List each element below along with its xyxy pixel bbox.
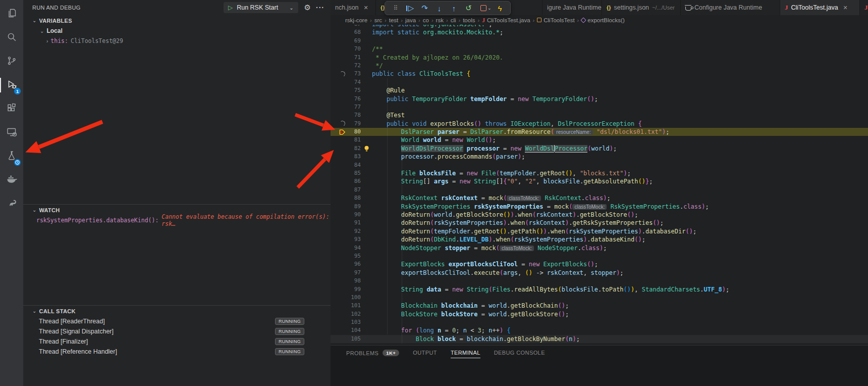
breadcrumb-item-tools[interactable]: tools	[463, 17, 475, 23]
code-line-74[interactable]: 74	[331, 78, 868, 86]
breadcrumb-item-co[interactable]: co	[423, 17, 429, 23]
close-icon[interactable]: ✕	[843, 5, 848, 11]
line-number[interactable]: 71	[347, 54, 361, 62]
code-line-69[interactable]: 69	[331, 37, 868, 45]
code-line-87[interactable]: 87	[331, 186, 868, 194]
line-number[interactable]: 91	[347, 219, 361, 227]
line-number[interactable]: 70	[347, 45, 361, 53]
panel-tab-terminal[interactable]: TERMINAL	[451, 350, 480, 358]
line-number[interactable]: 81	[347, 136, 361, 144]
editor-tab-nch.json[interactable]: nch.json✕	[331, 0, 376, 15]
breadcrumb-item-rskj-core[interactable]: rskj-core	[345, 17, 367, 23]
line-number[interactable]: 68	[347, 28, 361, 36]
code-line-84[interactable]: 84	[331, 161, 868, 169]
call-stack-section-header[interactable]: ⌄ CALL STACK	[23, 306, 331, 316]
line-number[interactable]: 82	[347, 144, 361, 153]
code-line-76[interactable]: 76 public TemporaryFolder tempFolder = n…	[331, 95, 868, 103]
hot-code-replace-icon[interactable]: ϟ	[493, 2, 507, 14]
line-number[interactable]: 101	[347, 302, 361, 310]
line-number[interactable]: 90	[347, 211, 361, 219]
code-line-93[interactable]: 93 doReturn(DbKind.LEVEL_DB).when(rskSys…	[331, 235, 868, 244]
panel-tab-debug-console[interactable]: DEBUG CONSOLE	[494, 350, 545, 358]
code-line-70[interactable]: 70/**	[331, 45, 868, 53]
drag-grip-icon[interactable]: ⠿	[388, 2, 403, 14]
breadcrumb-item-exportBlocks()[interactable]: exportBlocks()	[581, 17, 625, 23]
line-number[interactable]: 99	[347, 285, 361, 294]
step-over-icon[interactable]: ↷	[417, 2, 432, 14]
line-number[interactable]: 98	[347, 277, 361, 285]
code-line-72[interactable]: 72 */	[331, 62, 868, 70]
lightbulb-icon[interactable]	[361, 144, 372, 153]
line-number[interactable]: 85	[347, 169, 361, 177]
code-line-82[interactable]: 82 WorldDslProcessor processor = new Wor…	[331, 144, 868, 153]
code-line-90[interactable]: 90 doReturn(world.getBlockStore()).when(…	[331, 211, 868, 219]
line-number[interactable]: 89	[347, 203, 361, 211]
code-line-85[interactable]: 85 File blocksFile = new File(tempFolder…	[331, 169, 868, 177]
code-line-95[interactable]: 95	[331, 252, 868, 260]
breadcrumb-item-CliToolsTest.java[interactable]: JCliToolsTest.java	[482, 17, 530, 23]
variables-section-header[interactable]: ⌄ VARIABLES	[23, 15, 331, 26]
line-number[interactable]: 96	[347, 260, 361, 268]
line-number[interactable]: 97	[347, 269, 361, 277]
line-number[interactable]: 95	[347, 252, 361, 260]
step-out-icon[interactable]: ↑	[447, 2, 461, 14]
activity-bar-item-explorer-icon[interactable]	[0, 2, 23, 26]
more-actions-icon[interactable]: ···	[316, 4, 324, 12]
line-number[interactable]: 78	[347, 111, 361, 119]
code-line-100[interactable]: 100	[331, 294, 868, 302]
close-icon[interactable]: ✕	[364, 5, 368, 11]
call-stack-thread[interactable]: Thread [ReaderThread]RUNNING	[23, 316, 331, 326]
editor-tab-Configure Java Runtime[interactable]: Configure Java Runtime	[681, 0, 780, 15]
line-number[interactable]: 73	[347, 70, 361, 78]
code-line-78[interactable]: 78 @Test	[331, 111, 868, 119]
code-line-71[interactable]: 71 * Created by ajlopez on 26/04/2020.	[331, 54, 868, 62]
code-line-89[interactable]: 89 RskSystemProperties rskSystemProperti…	[331, 203, 868, 211]
code-line-92[interactable]: 92 doReturn(tempFolder.getRoot().getPath…	[331, 227, 868, 235]
code-line-81[interactable]: 81 World world = new World();	[331, 136, 868, 144]
line-number[interactable]: 83	[347, 153, 361, 161]
watch-expression[interactable]: rskSystemProperties.databaseKind(): Cann…	[23, 215, 331, 225]
activity-bar-item-docker-icon[interactable]	[0, 168, 23, 192]
code-line-97[interactable]: 97 exportBlocksCliTool.execute(args, () …	[331, 269, 868, 277]
activity-bar-item-search-icon[interactable]	[0, 26, 23, 50]
line-number[interactable]: 79	[347, 120, 361, 128]
code-line-86[interactable]: 86 String[] args = new String[]{"0", "2"…	[331, 177, 868, 185]
code-line-102[interactable]: 102 BlockStore blockStore = world.getBlo…	[331, 310, 868, 318]
code-line-67[interactable]: 67import static org.junit.Assert.*;	[331, 25, 868, 28]
breadcrumb-item-java[interactable]: java	[405, 17, 416, 23]
line-number[interactable]: 100	[347, 294, 361, 302]
activity-bar-item-run-and-debug-icon[interactable]: 1	[0, 73, 23, 97]
line-number[interactable]: 93	[347, 235, 361, 244]
breadcrumb-item-cli[interactable]: cli	[451, 17, 456, 23]
line-number[interactable]: 87	[347, 186, 361, 194]
line-number[interactable]: 77	[347, 103, 361, 111]
code-line-77[interactable]: 77	[331, 103, 868, 111]
editor-tab-settings.json[interactable]: {}settings.json~/.../User	[602, 0, 681, 15]
activity-bar-item-source-control-icon[interactable]	[0, 50, 23, 73]
line-number[interactable]: 69	[347, 37, 361, 45]
code-line-103[interactable]: 103	[331, 318, 868, 326]
breadcrumb-item-src[interactable]: src	[374, 17, 382, 23]
code-line-96[interactable]: 96 ExportBlocks exportBlocksCliTool = ne…	[331, 260, 868, 268]
line-number[interactable]: 74	[347, 78, 361, 86]
test-progress-icon[interactable]	[338, 70, 347, 78]
call-stack-thread[interactable]: Thread [Reference Handler]RUNNING	[23, 347, 331, 357]
line-number[interactable]: 84	[347, 161, 361, 169]
panel-tab-problems[interactable]: PROBLEMS1K+	[346, 350, 399, 358]
line-number[interactable]: 94	[347, 244, 361, 252]
code-line-101[interactable]: 101 Blockchain blockchain = world.getBlo…	[331, 302, 868, 310]
code-line-99[interactable]: 99 String data = new String(Files.readAl…	[331, 285, 868, 294]
line-number[interactable]: 67	[347, 25, 361, 28]
line-number[interactable]: 75	[347, 86, 361, 94]
code-line-88[interactable]: 88 RskContext rskContext = mock(classToM…	[331, 194, 868, 202]
line-number[interactable]: 88	[347, 194, 361, 202]
code-line-105[interactable]: 105 Block block = blockchain.getBlockByN…	[331, 335, 868, 343]
restart-icon[interactable]: ↺	[461, 2, 476, 14]
call-stack-thread[interactable]: Thread [Finalizer]RUNNING	[23, 336, 331, 347]
activity-bar-item-remote-explorer-icon[interactable]	[0, 121, 23, 144]
gear-icon[interactable]: ⚙	[304, 3, 311, 12]
code-line-91[interactable]: 91 doReturn(rskSystemProperties).when(rs…	[331, 219, 868, 227]
line-number[interactable]: 92	[347, 227, 361, 235]
breadcrumb-item-rsk[interactable]: rsk	[436, 17, 444, 23]
stop-icon[interactable]	[476, 2, 491, 14]
